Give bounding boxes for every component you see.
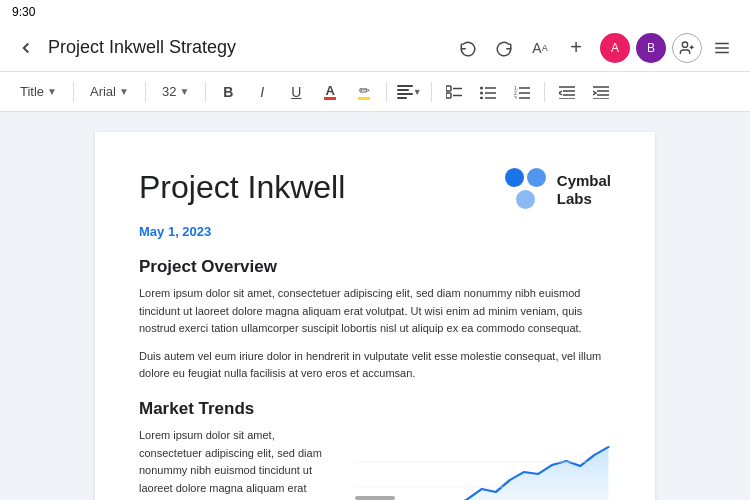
svg-rect-12 [446, 93, 451, 98]
font-label: Arial [90, 84, 116, 99]
svg-point-18 [480, 96, 483, 99]
status-time: 9:30 [12, 5, 35, 19]
avatar-2[interactable]: B [636, 33, 666, 63]
doc-date: May 1, 2023 [139, 224, 611, 239]
market-chart [355, 427, 611, 500]
divider-1 [73, 82, 74, 102]
nav-actions: AA + A B [452, 32, 738, 64]
add-button[interactable]: + [560, 32, 592, 64]
style-dropdown[interactable]: Title ▼ [12, 78, 65, 106]
svg-rect-6 [397, 85, 413, 87]
logo-line2: Labs [557, 190, 611, 208]
logo-circle-2 [527, 168, 546, 187]
svg-point-0 [682, 42, 687, 47]
numbered-list-button[interactable]: 1. 2. 3. [508, 78, 536, 106]
indent-increase-button[interactable] [587, 78, 615, 106]
doc-bottom: Lorem ipsum dolor sit amet, consectetuer… [139, 427, 611, 500]
logo-circle-3 [516, 190, 535, 209]
svg-rect-8 [397, 93, 413, 95]
align-chevron: ▼ [413, 87, 422, 97]
divider-5 [431, 82, 432, 102]
document-area[interactable]: Project Inkwell Cymbal Labs May 1, 2023 … [0, 112, 750, 500]
font-dropdown[interactable]: Arial ▼ [82, 78, 137, 106]
highlight-button[interactable]: ✏ [350, 78, 378, 106]
divider-3 [205, 82, 206, 102]
logo-circle-1 [505, 168, 524, 187]
font-color-label: A [326, 83, 335, 98]
menu-button[interactable] [706, 32, 738, 64]
svg-rect-7 [397, 89, 409, 91]
svg-rect-9 [397, 97, 407, 99]
logo-circles [505, 168, 549, 212]
redo-button[interactable] [488, 32, 520, 64]
style-label: Title [20, 84, 44, 99]
avatar-1[interactable]: A [600, 33, 630, 63]
divider-6 [544, 82, 545, 102]
size-dropdown[interactable]: 32 ▼ [154, 78, 197, 106]
size-label: 32 [162, 84, 176, 99]
underline-button[interactable]: U [282, 78, 310, 106]
logo-line1: Cymbal [557, 172, 611, 190]
doc-main-title: Project Inkwell [139, 168, 345, 206]
svg-point-16 [480, 91, 483, 94]
section1-title: Project Overview [139, 257, 611, 277]
document-title: Project Inkwell Strategy [48, 37, 444, 58]
indent-decrease-button[interactable] [553, 78, 581, 106]
nav-bar: Project Inkwell Strategy AA + A B [0, 24, 750, 72]
divider-4 [386, 82, 387, 102]
toolbar: Title ▼ Arial ▼ 32 ▼ B I U A ✏ ▼ [0, 72, 750, 112]
add-person-button[interactable] [672, 33, 702, 63]
section2-para: Lorem ipsum dolor sit amet, consectetuer… [139, 427, 339, 500]
font-color-button[interactable]: A [316, 78, 344, 106]
scroll-indicator [355, 496, 395, 500]
underline-label: U [291, 84, 301, 100]
svg-rect-10 [446, 86, 451, 91]
align-button[interactable]: ▼ [395, 78, 423, 106]
doc-logo: Cymbal Labs [505, 168, 611, 212]
checklist-button[interactable] [440, 78, 468, 106]
back-button[interactable] [12, 34, 40, 62]
font-color-indicator [324, 97, 336, 100]
text-size-button[interactable]: AA [524, 32, 556, 64]
logo-text: Cymbal Labs [557, 172, 611, 208]
size-chevron: ▼ [179, 86, 189, 97]
svg-point-14 [480, 86, 483, 89]
section1-para1: Lorem ipsum dolor sit amet, consectetuer… [139, 285, 611, 338]
italic-button[interactable]: I [248, 78, 276, 106]
undo-button[interactable] [452, 32, 484, 64]
doc-header: Project Inkwell Cymbal Labs [139, 168, 611, 212]
section1-para2: Duis autem vel eum iriure dolor in hendr… [139, 348, 611, 383]
divider-2 [145, 82, 146, 102]
section2-title: Market Trends [139, 399, 611, 419]
style-chevron: ▼ [47, 86, 57, 97]
highlight-label: ✏ [359, 83, 370, 98]
highlight-indicator [358, 97, 370, 100]
bold-button[interactable]: B [214, 78, 242, 106]
svg-text:3.: 3. [514, 95, 518, 99]
font-chevron: ▼ [119, 86, 129, 97]
status-bar: 9:30 [0, 0, 750, 24]
document-page: Project Inkwell Cymbal Labs May 1, 2023 … [95, 132, 655, 500]
bullet-list-button[interactable] [474, 78, 502, 106]
